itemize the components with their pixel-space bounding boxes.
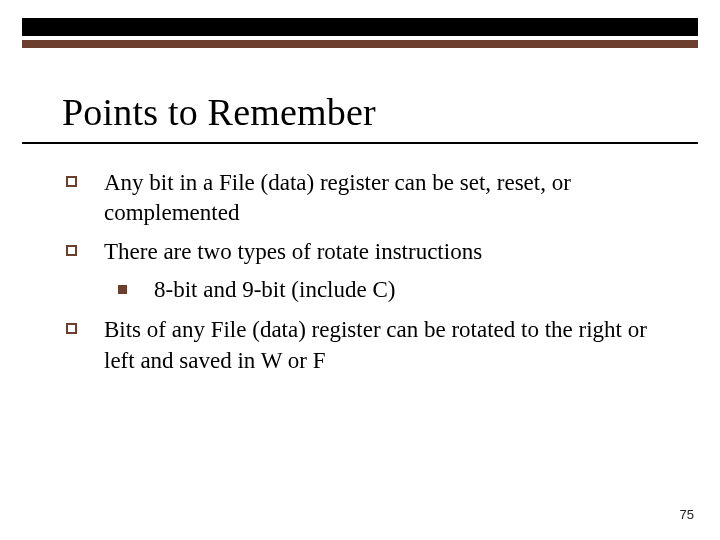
solid-square-bullet-icon — [118, 285, 127, 294]
slide-title: Points to Remember — [62, 90, 376, 134]
page-number: 75 — [680, 507, 694, 522]
list-item: There are two types of rotate instructio… — [62, 237, 680, 267]
list-item: Bits of any File (data) register can be … — [62, 315, 680, 376]
square-bullet-icon — [66, 245, 77, 256]
title-underline — [22, 142, 698, 144]
list-item-text: Any bit in a File (data) register can be… — [104, 170, 571, 225]
list-item-text: There are two types of rotate instructio… — [104, 239, 482, 264]
square-bullet-icon — [66, 176, 77, 187]
list-item-text: Bits of any File (data) register can be … — [104, 317, 647, 372]
list-item: Any bit in a File (data) register can be… — [62, 168, 680, 229]
content-area: Any bit in a File (data) register can be… — [62, 168, 680, 384]
sub-list-item: 8-bit and 9-bit (include C) — [62, 275, 680, 305]
sub-list-item-text: 8-bit and 9-bit (include C) — [154, 277, 395, 302]
top-bar-maroon — [22, 40, 698, 48]
top-bar-black — [22, 18, 698, 36]
square-bullet-icon — [66, 323, 77, 334]
